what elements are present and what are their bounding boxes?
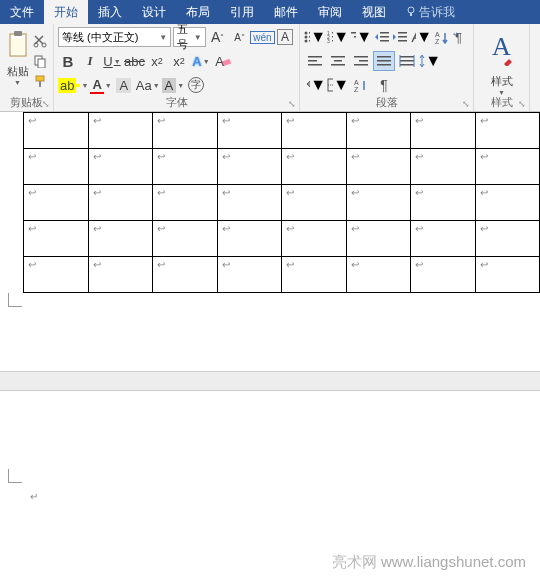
tab-review[interactable]: 审阅 [308, 0, 352, 24]
table-cell[interactable]: ↩ [88, 257, 153, 293]
font-size-combo[interactable]: 五号▼ [173, 27, 206, 47]
table-cell[interactable]: ↩ [411, 185, 476, 221]
table-cell[interactable]: ↩ [153, 149, 218, 185]
copy-button[interactable] [31, 52, 49, 70]
table-cell[interactable]: ↩ [88, 221, 153, 257]
styles-button[interactable]: A 样式 ▼ [489, 32, 515, 96]
table-cell[interactable]: ↩ [153, 257, 218, 293]
font-name-combo[interactable]: 等线 (中文正文)▼ [58, 27, 171, 47]
table-cell[interactable]: ↩ [24, 257, 89, 293]
paste-button[interactable]: 粘贴 ▼ [4, 26, 31, 90]
line-spacing-button[interactable]: ▼ [419, 51, 441, 71]
shading-button[interactable]: ▼ [304, 75, 326, 95]
borders-button[interactable]: ▼ [327, 75, 349, 95]
decrease-indent-button[interactable] [373, 27, 391, 47]
table-cell[interactable]: ↩ [217, 221, 282, 257]
show-marks-button[interactable]: ¶↵ [452, 27, 470, 47]
table-cell[interactable]: ↩ [282, 149, 347, 185]
asian-sort-button[interactable]: AZ [350, 75, 372, 95]
table-cell[interactable]: ↩ [346, 185, 411, 221]
table-cell[interactable]: ↩ [88, 149, 153, 185]
change-case-button[interactable]: Aa▼ [136, 75, 160, 95]
table-cell[interactable]: ↩ [88, 185, 153, 221]
document-table[interactable]: ↩↩↩↩↩↩↩↩↩↩↩↩↩↩↩↩↩↩↩↩↩↩↩↩↩↩↩↩↩↩↩↩↩↩↩↩↩↩↩↩ [23, 112, 540, 293]
table-cell[interactable]: ↩ [217, 257, 282, 293]
clear-format-button[interactable]: A [213, 51, 233, 71]
shrink-font-button[interactable]: A˅ [230, 27, 250, 47]
char-shading-button[interactable]: A [114, 75, 134, 95]
table-cell[interactable]: ↩ [411, 113, 476, 149]
bullets-button[interactable]: ▼ [304, 27, 326, 47]
table-cell[interactable]: ↩ [411, 221, 476, 257]
table-cell[interactable]: ↩ [24, 221, 89, 257]
tab-view[interactable]: 视图 [352, 0, 396, 24]
table-cell[interactable]: ↩ [153, 185, 218, 221]
font-color-button[interactable]: A▼ [90, 75, 111, 95]
text-effects-button[interactable]: A▼ [191, 51, 211, 71]
tab-tell-me[interactable]: 告诉我 [396, 0, 465, 24]
italic-button[interactable]: I [80, 51, 100, 71]
table-cell[interactable]: ↩ [475, 149, 540, 185]
table-cell[interactable]: ↩ [346, 113, 411, 149]
font-launcher[interactable]: ⤡ [288, 99, 296, 109]
cut-button[interactable] [31, 32, 49, 50]
bold-button[interactable]: B [58, 51, 78, 71]
align-right-button[interactable] [350, 51, 372, 71]
superscript-button[interactable]: x2 [169, 51, 189, 71]
table-cell[interactable]: ↩ [282, 257, 347, 293]
table-cell[interactable]: ↩ [346, 221, 411, 257]
table-cell[interactable]: ↩ [475, 113, 540, 149]
table-cell[interactable]: ↩ [153, 221, 218, 257]
tab-design[interactable]: 设计 [132, 0, 176, 24]
align-left-button[interactable] [304, 51, 326, 71]
table-cell[interactable]: ↩ [217, 113, 282, 149]
table-cell[interactable]: ↩ [411, 257, 476, 293]
align-center-button[interactable] [327, 51, 349, 71]
format-painter-button[interactable] [31, 72, 49, 90]
table-cell[interactable]: ↩ [346, 149, 411, 185]
table-cell[interactable]: ↩ [282, 185, 347, 221]
numbering-button[interactable]: 123▼ [327, 27, 349, 47]
tab-home[interactable]: 开始 [44, 0, 88, 24]
enclose-char-button[interactable]: 字 [186, 75, 206, 95]
sort-button[interactable]: AZ [433, 27, 451, 47]
table-cell[interactable]: ↩ [24, 113, 89, 149]
multilevel-button[interactable]: ▼ [350, 27, 372, 47]
phonetic-guide-button[interactable]: wén [252, 27, 273, 47]
table-cell[interactable]: ↩ [217, 185, 282, 221]
table-cell[interactable]: ↩ [411, 149, 476, 185]
tab-layout[interactable]: 布局 [176, 0, 220, 24]
styles-launcher[interactable]: ⤡ [518, 99, 526, 109]
table-cell[interactable]: ↩ [217, 149, 282, 185]
table-cell[interactable]: ↩ [346, 257, 411, 293]
paragraph-launcher[interactable]: ⤡ [462, 99, 470, 109]
table-cell[interactable]: ↩ [475, 221, 540, 257]
table-cell[interactable]: ↩ [475, 257, 540, 293]
subscript-button[interactable]: x2 [147, 51, 167, 71]
strikethrough-button[interactable]: abc [124, 51, 145, 71]
table-cell[interactable]: ↩ [153, 113, 218, 149]
table-cell[interactable]: ↩ [88, 113, 153, 149]
table-cell[interactable]: ↩ [24, 149, 89, 185]
tab-file[interactable]: 文件 [0, 0, 44, 24]
table-cell[interactable]: ↩ [282, 221, 347, 257]
underline-button[interactable]: U▼ [102, 51, 122, 71]
table-cell[interactable]: ↩ [24, 185, 89, 221]
distribute-button[interactable] [396, 51, 418, 71]
grow-font-button[interactable]: A˄ [208, 27, 228, 47]
document-area[interactable]: ↩↩↩↩↩↩↩↩↩↩↩↩↩↩↩↩↩↩↩↩↩↩↩↩↩↩↩↩↩↩↩↩↩↩↩↩↩↩↩↩ [0, 112, 540, 311]
show-all-button[interactable]: ¶ [373, 75, 395, 95]
asian-layout-button[interactable]: ▼ [410, 27, 432, 47]
char-scale-button[interactable]: A▼ [162, 75, 185, 95]
table-cell[interactable]: ↩ [282, 113, 347, 149]
align-justify-button[interactable] [373, 51, 395, 71]
tab-mailings[interactable]: 邮件 [264, 0, 308, 24]
tab-references[interactable]: 引用 [220, 0, 264, 24]
page-2[interactable]: ↵ [0, 391, 540, 491]
clipboard-launcher[interactable]: ⤡ [42, 99, 50, 109]
increase-indent-button[interactable] [392, 27, 410, 47]
tab-insert[interactable]: 插入 [88, 0, 132, 24]
table-cell[interactable]: ↩ [475, 185, 540, 221]
char-border-button[interactable]: A [275, 27, 295, 47]
highlight-button[interactable]: ab▼ [58, 75, 88, 95]
